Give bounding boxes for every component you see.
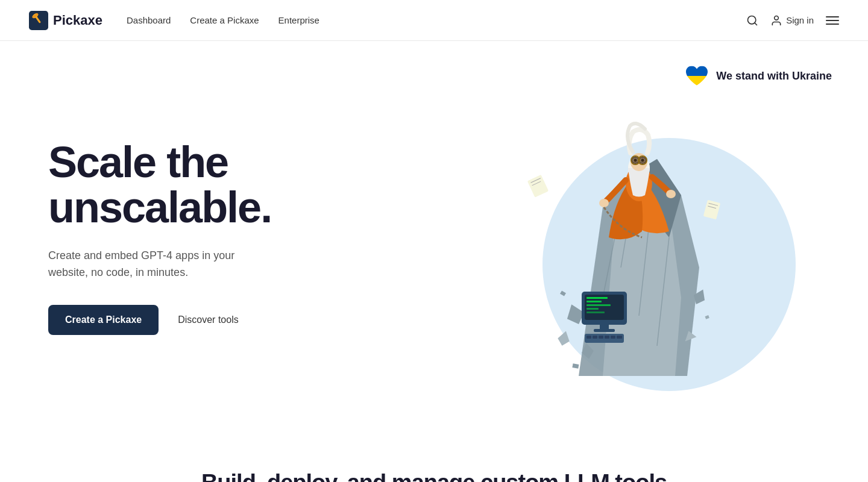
logo[interactable]: Pickaxe bbox=[29, 11, 102, 30]
svg-rect-52 bbox=[611, 336, 615, 339]
bottom-section: Build, deploy, and manage custom LLM too… bbox=[0, 434, 868, 482]
logo-text: Pickaxe bbox=[53, 13, 102, 28]
bottom-heading: Build, deploy, and manage custom LLM too… bbox=[24, 470, 844, 482]
hero-left: Scale the unscalable. Create and embed G… bbox=[48, 140, 398, 336]
svg-rect-53 bbox=[617, 336, 622, 339]
create-pickaxe-link[interactable]: Create a Pickaxe bbox=[190, 15, 259, 25]
svg-marker-17 bbox=[556, 330, 572, 347]
hero-heading-line1: Scale the bbox=[48, 138, 228, 186]
nav-links: Dashboard Create a Pickaxe Enterprise bbox=[127, 15, 319, 25]
ukraine-text: We stand with Ukraine bbox=[716, 70, 832, 83]
svg-line-5 bbox=[755, 22, 757, 25]
sign-in-button[interactable]: Sign in bbox=[770, 14, 814, 27]
computer-group bbox=[582, 292, 627, 343]
svg-rect-50 bbox=[599, 336, 603, 339]
svg-point-32 bbox=[641, 159, 644, 162]
ukraine-heart-icon bbox=[685, 65, 709, 87]
hamburger-line-3 bbox=[826, 23, 839, 25]
svg-rect-42 bbox=[587, 304, 611, 306]
hero-subtext: Create and embed GPT-4 apps in your webs… bbox=[48, 248, 277, 281]
svg-point-36 bbox=[599, 199, 609, 207]
svg-rect-48 bbox=[587, 336, 591, 339]
search-icon bbox=[746, 14, 758, 27]
hero-buttons: Create a Pickaxe Discover tools bbox=[48, 305, 398, 335]
hero-section: We stand with Ukraine Scale the unscalab… bbox=[0, 41, 868, 434]
create-pickaxe-cta[interactable]: Create a Pickaxe bbox=[48, 305, 159, 335]
pickaxe-logo-icon bbox=[29, 11, 48, 30]
svg-rect-57 bbox=[703, 200, 720, 220]
hamburger-line-1 bbox=[826, 16, 839, 17]
svg-rect-41 bbox=[587, 301, 602, 302]
svg-rect-54 bbox=[527, 175, 549, 198]
svg-rect-45 bbox=[600, 325, 609, 330]
ukraine-banner: We stand with Ukraine bbox=[685, 65, 832, 87]
discover-tools-cta[interactable]: Discover tools bbox=[178, 315, 238, 325]
search-button[interactable] bbox=[746, 14, 758, 27]
svg-rect-40 bbox=[587, 297, 608, 299]
svg-rect-22 bbox=[705, 315, 709, 319]
svg-point-37 bbox=[666, 190, 676, 198]
navbar: Pickaxe Dashboard Create a Pickaxe Enter… bbox=[0, 0, 868, 41]
svg-rect-21 bbox=[560, 290, 566, 296]
svg-rect-7 bbox=[685, 65, 709, 76]
svg-rect-8 bbox=[685, 76, 709, 87]
svg-rect-44 bbox=[587, 311, 605, 313]
sign-in-label: Sign in bbox=[786, 15, 814, 25]
svg-rect-49 bbox=[593, 336, 597, 339]
hero-heading-line2: unscalable. bbox=[48, 183, 271, 231]
nav-left: Pickaxe Dashboard Create a Pickaxe Enter… bbox=[29, 11, 319, 30]
hero-right bbox=[398, 72, 820, 403]
svg-rect-46 bbox=[594, 329, 615, 332]
hamburger-button[interactable] bbox=[826, 16, 839, 25]
hero-heading: Scale the unscalable. bbox=[48, 140, 398, 231]
svg-rect-23 bbox=[572, 363, 579, 369]
svg-point-31 bbox=[634, 159, 637, 162]
dashboard-link[interactable]: Dashboard bbox=[127, 15, 171, 25]
hero-illustration bbox=[470, 87, 747, 388]
svg-rect-51 bbox=[605, 336, 609, 339]
enterprise-link[interactable]: Enterprise bbox=[278, 15, 319, 25]
hamburger-line-2 bbox=[826, 20, 839, 21]
nav-right: Sign in bbox=[746, 14, 839, 27]
svg-rect-43 bbox=[587, 308, 599, 310]
user-icon bbox=[770, 14, 782, 27]
svg-point-6 bbox=[775, 16, 779, 20]
